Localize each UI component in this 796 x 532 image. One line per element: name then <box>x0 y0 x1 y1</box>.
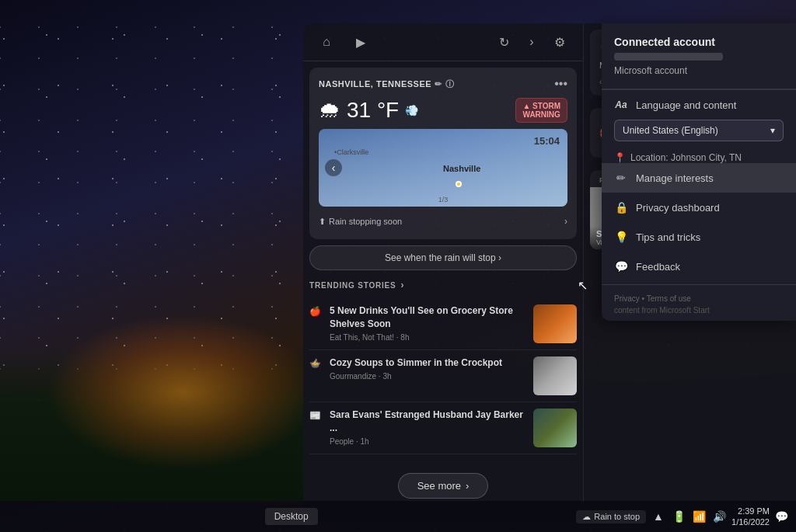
story-1-content: 5 New Drinks You'll See on Grocery Store… <box>330 304 525 343</box>
settings-panel: Connected account Microsoft account Aa L… <box>602 23 796 321</box>
interests-icon: ✏ <box>614 171 628 185</box>
privacy-link[interactable]: Privacy <box>614 294 640 303</box>
rain-chevron: › <box>564 216 567 227</box>
trending-section: TRENDING STORIES › 🍎 5 New Drinks You'll… <box>309 280 577 517</box>
home-icon[interactable]: ⌂ <box>316 31 337 53</box>
account-redacted-bar <box>614 53 723 61</box>
story-item-2[interactable]: 🍲 Cozy Soups to Simmer in the Crockpot G… <box>309 350 577 402</box>
rain-stop-cta[interactable]: See when the rain will stop › <box>309 245 577 270</box>
settings-item-feedback[interactable]: 💬 Feedback <box>602 252 796 281</box>
story-1-meta: Eat This, Not That! · 8h <box>330 333 525 342</box>
settings-item-privacy[interactable]: 🔒 Privacy dashboard <box>602 193 796 222</box>
rain-stopping-label: ⬆ Rain stopping soon <box>319 217 402 227</box>
refresh-icon[interactable]: ↻ <box>493 31 515 53</box>
trending-chevron[interactable]: › <box>401 280 405 290</box>
taskbar-right: ☁ Rain to stop ▲ 🔋 📶 🔊 2:39 PM 1/16/2022… <box>576 506 790 528</box>
taskbar-datetime[interactable]: 2:39 PM 1/16/2022 <box>731 506 770 528</box>
storm-warning-badge: ▲ STORM WARNING <box>515 98 567 123</box>
map-time: 15:04 <box>534 135 560 147</box>
settings-item-location[interactable]: 📍 Location: Johnson City, TN <box>602 148 796 163</box>
story-2-title: Cozy Soups to Simmer in the Crockpot <box>330 356 525 370</box>
map-nav-left[interactable]: ‹ <box>325 159 342 176</box>
widget-nav-bar: ⌂ ▶ ↻ › ⚙ <box>303 23 583 61</box>
location-pin-icon: 📍 <box>614 152 626 163</box>
settings-item-language[interactable]: Aa Language and content <box>602 90 796 120</box>
info-icon[interactable]: ⓘ <box>445 78 455 90</box>
story-2-thumbnail <box>533 356 577 395</box>
weather-card: NASHVILLE, TENNESSEE ✏ ⓘ ••• 🌧 31 °F 💨 ▲… <box>309 68 577 239</box>
settings-footer: Privacy • Terms of use content from Micr… <box>602 284 796 321</box>
notification-item[interactable]: ☁ Rain to stop <box>576 510 646 523</box>
settings-icon[interactable]: ⚙ <box>549 31 571 53</box>
settings-footer-links: Privacy • Terms of use <box>614 294 784 303</box>
story-item-3[interactable]: 📰 Sara Evans' Estranged Husband Jay Bark… <box>309 402 577 454</box>
story-1-title: 5 New Drinks You'll See on Grocery Store… <box>330 304 525 331</box>
language-icon: Aa <box>614 98 628 112</box>
map-location-dot <box>456 181 462 187</box>
weather-map[interactable]: 15:04 •Clarksville Nashville ‹ 1/3 <box>319 129 567 207</box>
terms-link[interactable]: Terms of use <box>647 294 691 303</box>
story-1-thumbnail <box>533 304 577 343</box>
desktop-button[interactable]: Desktop <box>265 508 318 525</box>
tray-chevron-up[interactable]: ▲ <box>651 509 666 524</box>
story-2-source-icon: 🍲 <box>309 358 322 370</box>
settings-item-manage-interests[interactable]: ✏ Manage interests <box>602 163 796 193</box>
story-3-source-icon: 📰 <box>309 410 322 422</box>
story-3-title: Sara Evans' Estranged Husband Jay Barker… <box>330 409 525 435</box>
notification-label: Rain to stop <box>594 512 640 521</box>
story-item-1[interactable]: 🍎 5 New Drinks You'll See on Grocery Sto… <box>309 298 577 350</box>
taskbar-center: Desktop <box>265 508 318 525</box>
story-2-meta: Gourmandize · 3h <box>330 372 525 381</box>
weather-header: NASHVILLE, TENNESSEE ✏ ⓘ ••• <box>319 77 567 91</box>
settings-account-section: Connected account Microsoft account <box>602 23 796 89</box>
privacy-icon: 🔒 <box>614 200 628 214</box>
edit-location-icon[interactable]: ✏ <box>435 79 442 89</box>
language-select[interactable]: United States (English) ▾ <box>614 120 784 141</box>
map-city-clarksville: •Clarksville <box>334 148 368 156</box>
forward-icon[interactable]: › <box>521 31 543 53</box>
weather-temp-row: 🌧 31 °F 💨 ▲ STORM WARNING <box>319 97 567 123</box>
story-1-source-icon: 🍎 <box>309 306 322 318</box>
story-2-content: Cozy Soups to Simmer in the Crockpot Gou… <box>330 356 525 395</box>
story-3-meta: People · 1h <box>330 437 525 446</box>
map-city-nashville: Nashville <box>443 164 480 173</box>
horizon-glow <box>47 315 319 470</box>
settings-footer-text: content from Microsoft Start <box>614 306 784 315</box>
story-3-thumbnail <box>533 409 577 447</box>
trending-header: TRENDING STORIES › <box>309 280 577 290</box>
notification-bell-icon[interactable]: 💬 <box>774 509 790 524</box>
widget-nav-right: ↻ › ⚙ <box>493 31 571 53</box>
settings-item-tips[interactable]: 💡 Tips and tricks <box>602 222 796 252</box>
see-more-button[interactable]: See more › <box>398 473 489 499</box>
widget-main-column: ⌂ ▶ ↻ › ⚙ NASHVILLE, TENNESSEE ✏ ⓘ ••• <box>303 23 583 520</box>
tray-wifi-icon[interactable]: 📶 <box>691 509 707 524</box>
tray-volume-icon[interactable]: 🔊 <box>711 509 727 524</box>
wind-icon: 💨 <box>405 104 418 116</box>
widget-nav-left: ⌂ ▶ <box>316 31 372 53</box>
notification-weather-icon: ☁ <box>582 512 591 522</box>
connected-account-title: Connected account <box>614 36 784 48</box>
tray-battery-icon[interactable]: 🔋 <box>671 509 686 524</box>
taskbar: Desktop ☁ Rain to stop ▲ 🔋 📶 🔊 2:39 PM 1… <box>0 501 796 532</box>
rain-stopping-row[interactable]: ⬆ Rain stopping soon › <box>319 213 567 230</box>
cloud-icon: 🌧 <box>319 97 340 123</box>
play-icon[interactable]: ▶ <box>350 31 372 53</box>
ms-account-label: Microsoft account <box>614 65 784 76</box>
tips-icon: 💡 <box>614 230 628 244</box>
weather-more-button[interactable]: ••• <box>554 77 567 91</box>
map-pagination: 1/3 <box>438 196 449 203</box>
weather-temperature: 🌧 31 °F 💨 <box>319 97 418 123</box>
story-3-content: Sara Evans' Estranged Husband Jay Barker… <box>330 409 525 447</box>
feedback-icon: 💬 <box>614 259 628 273</box>
weather-location: NASHVILLE, TENNESSEE ✏ ⓘ <box>319 78 454 90</box>
language-dropdown: United States (English) ▾ <box>614 120 784 141</box>
